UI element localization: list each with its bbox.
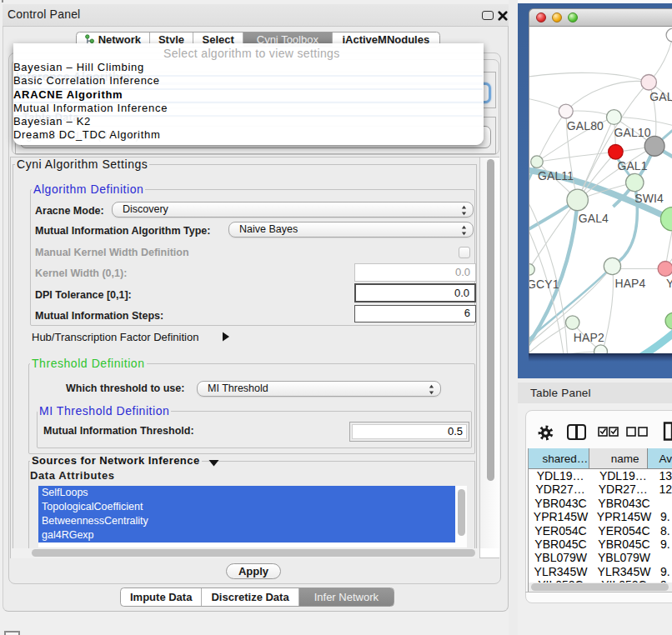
svg-text:GAL10: GAL10 (614, 126, 650, 139)
svg-text:GAL11: GAL11 (538, 169, 574, 182)
svg-text:HAP4: HAP4 (614, 277, 645, 290)
svg-text:HAP2: HAP2 (574, 331, 604, 344)
svg-text:GAL80: GAL80 (567, 119, 604, 132)
svg-text:GAL1: GAL1 (617, 159, 647, 172)
svg-text:GAL4: GAL4 (579, 212, 609, 225)
svg-text:Y: Y (666, 277, 672, 290)
svg-text:GCY1: GCY1 (529, 278, 559, 291)
svg-text:GAL2: GAL2 (649, 90, 672, 103)
svg-text:SWI4: SWI4 (634, 192, 664, 205)
